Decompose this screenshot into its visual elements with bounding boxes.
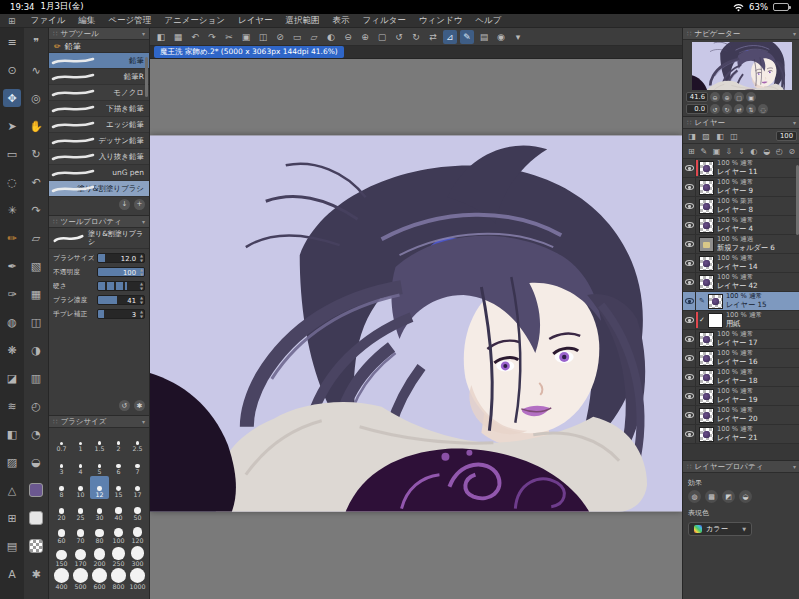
new-folder-button[interactable]: ▣: [711, 145, 722, 157]
layer-thumbnail[interactable]: [699, 370, 714, 385]
marquee-select-tool[interactable]: ▭: [3, 145, 21, 163]
select-all-button[interactable]: ▭: [290, 30, 304, 44]
brush-tool[interactable]: ✑: [3, 285, 21, 303]
eye-cell[interactable]: [683, 159, 696, 177]
brush-size-cell[interactable]: 5: [90, 453, 109, 476]
fit-to-screen-button[interactable]: ▢: [734, 92, 744, 102]
brush-size-cell[interactable]: 30: [90, 499, 109, 522]
stepper-arrows-icon[interactable]: [140, 282, 143, 291]
hand-tool[interactable]: ✋: [27, 117, 45, 135]
layer-row[interactable]: ✎ ✓ 100 % 通常 レイヤー 20: [683, 406, 799, 425]
lock-alpha-button[interactable]: ▨: [700, 130, 712, 142]
text-tool[interactable]: A: [3, 565, 21, 583]
eye-cell[interactable]: [683, 273, 696, 291]
layer-property-panel-header[interactable]: レイヤープロパティ: [683, 461, 799, 473]
layer-row[interactable]: ✎ ✓ 100 % 乗算 レイヤー 8: [683, 197, 799, 216]
zoom-in-button[interactable]: ⊕: [358, 30, 372, 44]
layer-mask-button[interactable]: ◐: [749, 145, 760, 157]
deselect-button[interactable]: ▱: [307, 30, 321, 44]
menu-selection[interactable]: 選択範囲: [286, 15, 320, 27]
decoration-tool[interactable]: ❋: [3, 341, 21, 359]
merge-down-button[interactable]: ⇓: [736, 145, 747, 157]
layer-thumbnail[interactable]: [699, 427, 714, 442]
lasso-select-tool[interactable]: ◌: [3, 173, 21, 191]
redo-button[interactable]: ↷: [27, 201, 45, 219]
eye-cell[interactable]: [683, 254, 696, 272]
eye-cell[interactable]: [683, 330, 696, 348]
brush-size-cell[interactable]: 50: [128, 499, 147, 522]
brush-size-cell[interactable]: 500: [71, 568, 90, 591]
two-pane-button[interactable]: ◴: [774, 145, 785, 157]
subtool-brush-item[interactable]: モノクロ: [49, 85, 149, 101]
layer-row[interactable]: ✎ ✓ 100 % 通常 レイヤー 9: [683, 178, 799, 197]
selection-area-button[interactable]: ▧: [27, 257, 45, 275]
rotation-value[interactable]: 0.0: [686, 104, 708, 114]
brush-size-cell[interactable]: 12: [90, 476, 109, 499]
eye-cell[interactable]: [683, 197, 696, 215]
layer-row[interactable]: ✎ ✓ 100 % 通常 レイヤー 19: [683, 387, 799, 406]
timeline-button[interactable]: ◴: [27, 397, 45, 415]
new-vector-layer-button[interactable]: ✎: [699, 145, 710, 157]
layer-row[interactable]: ✎ ✓ 100 % 通常 レイヤー 15: [683, 292, 799, 311]
eyedropper-tool[interactable]: ◎: [27, 89, 45, 107]
reset-view-button[interactable]: ◌: [758, 104, 768, 114]
blend-mode-button[interactable]: ◨: [686, 130, 698, 142]
layer-thumbnail[interactable]: [699, 218, 714, 233]
main-menu-button[interactable]: ≡: [3, 33, 21, 51]
brush-size-cell[interactable]: 250: [109, 545, 128, 568]
menu-animation[interactable]: アニメーション: [164, 15, 225, 27]
delete-layer-button[interactable]: ⊘: [787, 145, 798, 157]
line-correction-tool[interactable]: ∿: [27, 61, 45, 79]
grid-button[interactable]: ▦: [27, 285, 45, 303]
sub-color-swatch[interactable]: [29, 511, 43, 525]
brush-size-cell[interactable]: 800: [109, 568, 128, 591]
stepper-arrows-icon[interactable]: [140, 310, 143, 319]
draw-mode-button[interactable]: ✎: [460, 30, 474, 44]
brush-size-cell[interactable]: 60: [52, 522, 71, 545]
menu-file[interactable]: ファイル: [31, 15, 66, 27]
param-slider[interactable]: 3: [97, 309, 145, 319]
layer-thumbnail[interactable]: [699, 161, 714, 176]
add-brush-button[interactable]: +: [134, 199, 145, 210]
subtool-brush-item[interactable]: 入り抜き鉛筆: [49, 149, 149, 165]
brush-size-cell[interactable]: 300: [128, 545, 147, 568]
menu-filter[interactable]: フィルター: [363, 15, 406, 27]
layer-thumbnail[interactable]: [708, 294, 723, 309]
brush-size-cell[interactable]: 0.7: [52, 430, 71, 453]
actual-size-button[interactable]: ▣: [746, 92, 756, 102]
pen-tool[interactable]: ✒: [3, 257, 21, 275]
fill-tool[interactable]: ◧: [3, 425, 21, 443]
subtool-brush-item[interactable]: 鉛筆R: [49, 69, 149, 85]
eye-cell[interactable]: [683, 387, 696, 405]
new-raster-layer-button[interactable]: ⊞: [686, 145, 697, 157]
subtool-brush-item[interactable]: 下描き鉛筆: [49, 101, 149, 117]
brush-size-cell[interactable]: 7: [128, 453, 147, 476]
brush-size-cell[interactable]: 20: [52, 499, 71, 522]
zoom-value[interactable]: 41.6: [686, 92, 708, 102]
layer-row[interactable]: ✎ ✓ 100 % 通常 レイヤー 4: [683, 216, 799, 235]
gradient-tool[interactable]: ▨: [3, 453, 21, 471]
layer-row[interactable]: ✎ ✓ 100 % 通過 新規フォルダー 6: [683, 235, 799, 254]
paste-button[interactable]: ◫: [256, 30, 270, 44]
layer-row[interactable]: ✎ ✓ 100 % 通常 レイヤー 14: [683, 254, 799, 273]
brush-size-cell[interactable]: 170: [71, 545, 90, 568]
workspace-button[interactable]: ▦: [171, 30, 185, 44]
layer-panel-header[interactable]: レイヤー: [683, 117, 799, 129]
airbrush-tool[interactable]: ◍: [3, 313, 21, 331]
stepper-arrows-icon[interactable]: [140, 254, 143, 263]
expression-color-dropdown[interactable]: カラー ▼: [688, 522, 752, 536]
undo-button[interactable]: ↶: [27, 173, 45, 191]
delete-button[interactable]: ⊘: [273, 30, 287, 44]
menu-page-manage[interactable]: ページ管理: [108, 15, 151, 27]
rotate-view-tool[interactable]: ↻: [27, 145, 45, 163]
zoom-in-button[interactable]: ⊕: [722, 92, 732, 102]
brush-size-cell[interactable]: 400: [52, 568, 71, 591]
layer-thumbnail[interactable]: [699, 199, 714, 214]
color-picker-button[interactable]: ◉: [494, 30, 508, 44]
ruler-tool[interactable]: ▤: [3, 537, 21, 555]
layer-thumbnail[interactable]: [699, 408, 714, 423]
color-history-button[interactable]: ◒: [27, 453, 45, 471]
brush-size-cell[interactable]: 4: [71, 453, 90, 476]
pencil-tool[interactable]: ✏: [3, 229, 21, 247]
subtool-panel-header[interactable]: サブツール: [49, 28, 149, 40]
